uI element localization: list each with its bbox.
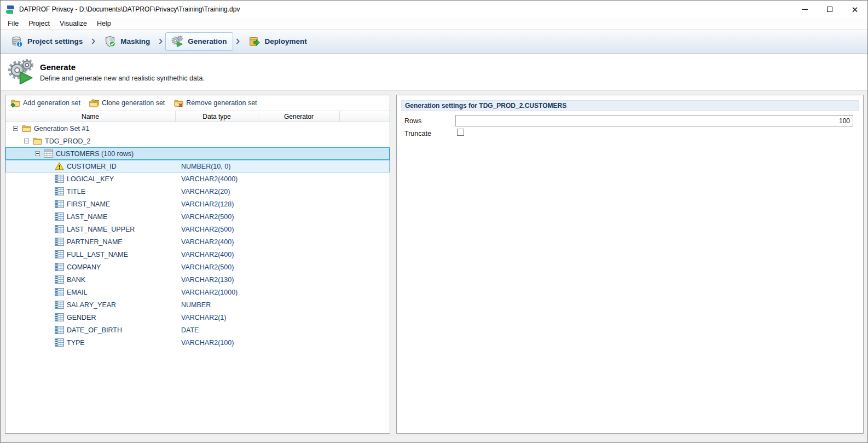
minimize-icon [802,9,808,10]
tree-item-label: FULL_LAST_NAME [67,251,128,258]
breadcrumb-deployment[interactable]: Deployment [242,32,313,51]
folder-icon [33,137,42,145]
menu-project[interactable]: Project [24,19,55,28]
column-icon [55,175,64,183]
column-icon [55,288,64,296]
tree-row[interactable]: FIRST_NAMEVARCHAR2(128) [5,198,390,210]
tree-name-cell: BANK [5,273,85,286]
generation-tree-panel: Add generation set Clone generation set [5,95,390,434]
gears-play-icon [8,59,34,85]
maximize-button[interactable] [817,1,842,18]
window-controls: ✕ [792,1,867,18]
rows-label: Rows [404,117,421,125]
tree-item-label: FIRST_NAME [67,200,110,208]
tree-item-label: LAST_NAME [67,213,107,221]
tree-item-datatype: VARCHAR2(100) [181,336,234,349]
tree-item-datatype: VARCHAR2(130) [181,273,234,286]
tree-item-label: LOGICAL_KEY [67,175,114,183]
tree-name-cell: LAST_NAME [5,210,107,223]
tree-item-label: TDG_PROD_2 [45,137,90,145]
expander-icon[interactable] [24,139,33,143]
add-generation-set-button[interactable]: Add generation set [10,99,80,107]
page-header: Generate Define and generate new and rea… [1,54,867,91]
tree-item-datatype: VARCHAR2(500) [181,223,234,235]
tree-row[interactable]: Generation Set #1 [5,122,390,135]
remove-generation-set-button[interactable]: Remove generation set [173,99,257,107]
minimize-button[interactable] [792,1,817,18]
tree-name-cell: TITLE [5,185,85,198]
expander-icon[interactable] [35,151,44,156]
database-info-icon [11,36,23,48]
tree-row[interactable]: PARTNER_NAMEVARCHAR2(400) [5,235,390,248]
column-icon [55,238,64,246]
tree-name-cell: SALARY_YEAR [5,298,116,311]
tree-item-datatype: VARCHAR2(1) [181,311,226,324]
tree-row[interactable]: EMAILVARCHAR2(1000) [5,286,390,298]
column-icon [55,326,64,334]
tree-item-label: CUSTOMER_ID [67,163,117,170]
tree-row[interactable]: LOGICAL_KEYVARCHAR2(4000) [5,172,390,185]
generation-settings-panel: Generation settings for TDG_PROD_2.CUSTO… [396,95,864,434]
menu-file[interactable]: File [3,19,24,28]
tree-row[interactable]: FULL_LAST_NAMEVARCHAR2(400) [5,248,390,261]
column-icon [55,212,64,221]
warning-icon [55,162,64,170]
clone-generation-set-label: Clone generation set [102,99,165,107]
folder-remove-icon [173,99,183,107]
title-bar: DATPROF Privacy - D:\Documents\DATPROF\P… [1,1,867,18]
menu-help[interactable]: Help [92,19,116,28]
tree-row[interactable]: CUSTOMER_IDNUMBER(10, 0) [5,160,390,172]
folder-clone-icon [89,99,99,107]
page-subtitle: Define and generate new and realistic sy… [40,74,205,82]
tree-row[interactable]: TDG_PROD_2 [5,135,390,147]
tree-name-cell: GENDER [5,311,96,324]
shield-check-icon [104,36,116,48]
tree-row[interactable]: GENDERVARCHAR2(1) [5,311,390,324]
tree-item-label: SALARY_YEAR [67,301,116,309]
column-icon [55,187,64,195]
breadcrumb-generation[interactable]: Generation [165,32,233,51]
tree-item-datatype: VARCHAR2(400) [181,248,234,261]
close-icon: ✕ [852,5,859,14]
tree-row[interactable]: DATE_OF_BIRTHDATE [5,324,390,336]
tree-name-cell: LOGICAL_KEY [5,172,114,185]
tree-row[interactable]: LAST_NAMEVARCHAR2(500) [5,210,390,223]
breadcrumb-project-settings[interactable]: Project settings [5,32,89,51]
add-generation-set-label: Add generation set [23,99,80,107]
tree-name-cell: PARTNER_NAME [5,235,123,248]
tree-item-label: BANK [67,276,85,284]
tree-row[interactable]: TITLEVARCHAR2(20) [5,185,390,198]
column-header-generator[interactable]: Generator [258,111,340,122]
tree-name-cell: COMPANY [5,261,101,273]
tree-item-label: DATE_OF_BIRTH [67,326,122,334]
rows-input[interactable] [455,115,853,126]
column-header-name[interactable]: Name [5,111,176,122]
column-icon [55,225,64,233]
menu-visualize[interactable]: Visualize [55,19,92,28]
tree-name-cell: FULL_LAST_NAME [5,248,128,261]
workflow-breadcrumb: Project settings Masking Ge [1,30,867,54]
tree-row[interactable]: SALARY_YEARNUMBER [5,298,390,311]
tree-row[interactable]: TYPEVARCHAR2(100) [5,336,390,349]
tree-row[interactable]: LAST_NAME_UPPERVARCHAR2(500) [5,223,390,235]
column-header-datatype[interactable]: Data type [176,111,258,122]
truncate-checkbox[interactable] [457,129,464,136]
breadcrumb-label: Deployment [265,37,307,45]
tree-item-datatype: VARCHAR2(20) [181,185,230,198]
close-button[interactable]: ✕ [842,1,867,18]
clone-generation-set-button[interactable]: Clone generation set [89,99,165,107]
breadcrumb-label: Generation [188,37,227,45]
gears-play-icon [171,36,183,48]
tree-row[interactable]: BANKVARCHAR2(130) [5,273,390,286]
column-icon [55,250,64,258]
window-title: DATPROF Privacy - D:\Documents\DATPROF\P… [19,5,240,13]
tree-item-label: GENDER [67,314,96,321]
expander-icon[interactable] [13,126,22,131]
tree-row[interactable]: CUSTOMERS (100 rows) [5,147,390,160]
content-area: Add generation set Clone generation set [1,91,867,442]
tree-name-cell: LAST_NAME_UPPER [5,223,135,235]
tree-item-datatype: VARCHAR2(4000) [181,172,238,185]
tree-item-label: PARTNER_NAME [67,238,123,246]
breadcrumb-masking[interactable]: Masking [98,32,156,51]
tree-row[interactable]: COMPANYVARCHAR2(500) [5,261,390,273]
